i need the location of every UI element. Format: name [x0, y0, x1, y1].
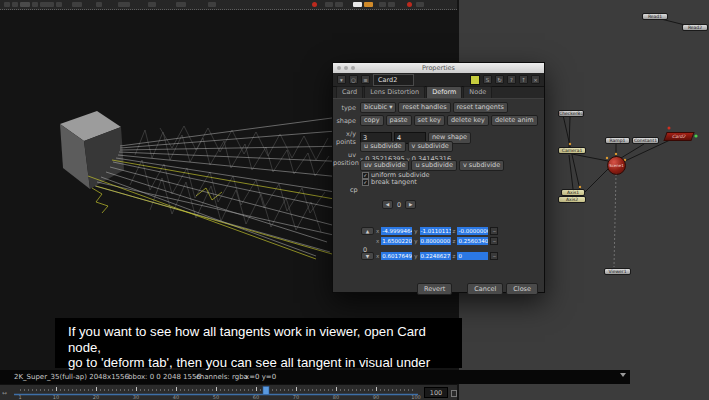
viewer-toolbar-button[interactable]: [40, 2, 54, 7]
viewer-toolbar-button[interactable]: [416, 2, 424, 7]
node-name-field[interactable]: Card2: [373, 74, 414, 86]
node-axis[interactable]: Axis1: [561, 189, 585, 196]
help-icon[interactable]: ?: [507, 75, 516, 84]
viewer-toolbar-button[interactable]: [96, 2, 102, 7]
delete-key-button[interactable]: delete key: [447, 115, 489, 126]
node-read[interactable]: Read2: [682, 24, 708, 31]
page-prev-button[interactable]: ◀: [382, 200, 393, 209]
window-zoom-icon[interactable]: [351, 66, 355, 70]
viewer-toolbar-button[interactable]: [20, 2, 30, 7]
manage-knobs-icon[interactable]: ≡: [361, 75, 370, 84]
tick-label: 50: [213, 394, 219, 400]
tick-label: 10: [53, 394, 59, 400]
center-node-icon[interactable]: ○: [349, 75, 358, 84]
tab-node[interactable]: Node: [463, 86, 492, 98]
viewer-toolbar-button[interactable]: [325, 2, 333, 7]
viewer-toolbar-button[interactable]: [176, 2, 186, 7]
tab-deform[interactable]: Deform: [426, 86, 462, 98]
animation-menu-icon[interactable]: ~: [490, 237, 498, 245]
animation-menu-icon[interactable]: ~: [490, 252, 498, 260]
cp-label: cp: [350, 186, 358, 194]
revert-button[interactable]: Revert: [417, 283, 452, 295]
animation-menu-icon[interactable]: ~: [490, 227, 498, 235]
properties-window[interactable]: Properties ▾ ○ ≡ Card2 S ↻ ? ↑ × Card Le…: [332, 62, 545, 293]
point2-z-field[interactable]: 0: [457, 252, 488, 260]
tab-lens-distortion[interactable]: Lens Distortion: [364, 86, 425, 98]
window-close-icon[interactable]: [337, 66, 341, 70]
type-label: type: [333, 104, 356, 112]
node-constant[interactable]: Constant1: [632, 137, 659, 144]
revert-knob-icon[interactable]: ↻: [495, 75, 504, 84]
node-checkerboard[interactable]: CheckerBoard1: [558, 110, 584, 117]
set-key-button[interactable]: set key: [414, 115, 445, 126]
viewer-toolbar-button[interactable]: [148, 2, 156, 7]
viewer-toolbar-button[interactable]: [208, 2, 216, 7]
reset-tangents-button[interactable]: reset tangents: [453, 102, 508, 113]
shape-label: shape: [333, 117, 356, 125]
timeline-lock-icon[interactable]: [451, 390, 457, 397]
node-read[interactable]: Read1: [642, 13, 668, 20]
viewer-gamma-icon[interactable]: [364, 2, 373, 7]
tab-card[interactable]: Card: [336, 86, 363, 98]
paste-button[interactable]: paste: [386, 115, 412, 126]
reset-handles-button[interactable]: reset handles: [398, 102, 450, 113]
point1-z-field[interactable]: 0.2560340: [457, 237, 488, 245]
point-down-button[interactable]: ▼: [361, 252, 374, 260]
properties-tabs: Card Lens Distortion Deform Node: [333, 87, 544, 99]
viewer-roi-icon[interactable]: [407, 2, 412, 7]
type-dropdown[interactable]: bicubic ▾: [360, 102, 396, 113]
u-subdivide-button-2[interactable]: u subdivide: [411, 160, 457, 171]
node-ramp[interactable]: Ramp1: [605, 137, 630, 144]
point0-y-field[interactable]: -1.0110113: [420, 227, 451, 235]
window-minimize-icon[interactable]: [344, 66, 348, 70]
node-camera[interactable]: Camera1: [558, 147, 586, 154]
close-panel-icon[interactable]: ×: [531, 75, 540, 84]
tick-label: 90: [373, 394, 379, 400]
viewer-toolbar-button[interactable]: [4, 2, 10, 7]
viewer-toolbar-button[interactable]: [379, 2, 386, 7]
status-channels: channels: rgba: [196, 373, 248, 381]
viewer-gain-icon[interactable]: [353, 2, 362, 7]
properties-titlebar[interactable]: Properties: [333, 63, 544, 73]
viewer-record-icon[interactable]: [312, 2, 317, 7]
point2-x-field[interactable]: 0.6017649: [381, 252, 412, 260]
point1-x-field[interactable]: 1.6500220: [381, 237, 412, 245]
point0-z-field[interactable]: -0.0000006: [457, 227, 488, 235]
node-axis[interactable]: Axis2: [558, 196, 586, 203]
page-next-button[interactable]: ▶: [405, 200, 416, 209]
last-frame-field[interactable]: 100: [424, 387, 448, 398]
node-color-swatch[interactable]: [470, 75, 480, 85]
node-card2-selected[interactable]: Card2: [663, 132, 694, 141]
settings-icon[interactable]: S: [483, 75, 492, 84]
uv-subdivide-button[interactable]: uv subdivide: [360, 160, 409, 171]
viewer-toolbar-button[interactable]: [12, 2, 18, 7]
point1-y-field[interactable]: 0.8000000: [420, 237, 451, 245]
tick-label: 100: [411, 394, 421, 400]
viewer-toolbar-button[interactable]: [56, 2, 62, 7]
viewer-toolbar-button[interactable]: [118, 2, 130, 7]
status-filter-icon[interactable]: [620, 373, 626, 377]
node-scene[interactable]: Scene1: [607, 156, 626, 175]
cancel-button[interactable]: Cancel: [467, 283, 503, 295]
point-up-button[interactable]: ▲: [361, 227, 374, 235]
viewer-toolbar-button[interactable]: [388, 2, 395, 7]
float-panel-icon[interactable]: ↑: [519, 75, 528, 84]
nuke-window: If you want to see how all tangents work…: [0, 0, 709, 400]
v-subdivide-button-2[interactable]: v subdivide: [459, 160, 504, 171]
break-tangent-checkbox[interactable]: ✓: [362, 179, 369, 186]
status-coords: x=0 y=0: [245, 373, 276, 381]
viewer-toolbar-button[interactable]: [32, 2, 38, 7]
viewer-toolbar-button[interactable]: [72, 2, 82, 7]
node-viewer[interactable]: Viewer1: [604, 268, 631, 275]
timeline[interactable]: ↔ 1 10 20 30 40 50 60 70 80 90 100 100: [0, 384, 457, 400]
panel-menu-icon[interactable]: ▾: [337, 75, 346, 84]
copy-button[interactable]: copy: [360, 115, 384, 126]
delete-anim-button[interactable]: delete anim: [491, 115, 538, 126]
point0-x-field[interactable]: -4.9999464: [381, 227, 412, 235]
window-title: Properties: [422, 64, 455, 72]
viewer-toolbar: [0, 0, 457, 10]
viewer-toolbar-button[interactable]: [335, 2, 343, 7]
point2-y-field[interactable]: 0.2248627: [420, 252, 451, 260]
playhead[interactable]: [263, 387, 269, 395]
close-button[interactable]: Close: [506, 283, 538, 295]
